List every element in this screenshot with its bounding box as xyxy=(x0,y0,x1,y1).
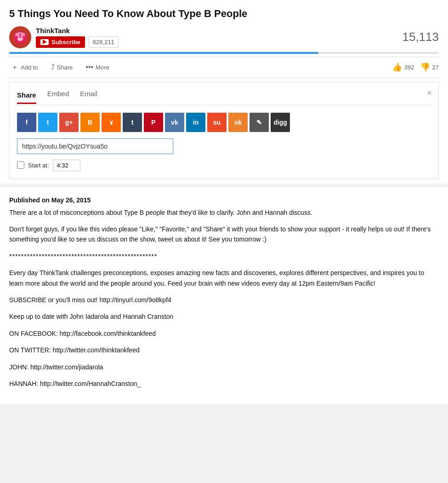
channel-row: ThinkTank Subscribe 628,211 15,113 xyxy=(9,26,439,48)
desc-para-4: SUBSCRIBE or you'll miss out! http://tin… xyxy=(9,295,439,305)
googleplus-social-button[interactable]: g+ xyxy=(59,113,79,132)
stumbleupon-social-button[interactable]: su xyxy=(207,113,227,132)
tab-email[interactable]: Email xyxy=(80,90,97,101)
desc-para-2: Don't forget guys, if you like this vide… xyxy=(9,224,439,245)
tab-share[interactable]: Share xyxy=(17,91,36,104)
close-button[interactable]: × xyxy=(427,89,432,97)
pencil-social-button[interactable]: ✎ xyxy=(250,113,269,132)
actions-row: ＋ Add to ⤴ Share ••• More 👍 392 👎 27 xyxy=(9,57,439,78)
twitter-social-button[interactable]: t xyxy=(38,113,57,132)
tab-embed[interactable]: Embed xyxy=(47,90,69,101)
facebook-social-button[interactable]: f xyxy=(17,113,36,132)
social-icons-row: ftg+BɤtPvkinsuok✎digg xyxy=(17,113,431,132)
dislike-button[interactable]: 👎 27 xyxy=(420,62,439,72)
url-input-row xyxy=(17,138,431,154)
dislike-count: 27 xyxy=(432,64,439,71)
main-content: 5 Things You Need To Know About Type B P… xyxy=(0,0,448,184)
start-at-label: Start at: xyxy=(28,162,49,169)
tumblr-social-button[interactable]: t xyxy=(123,113,142,132)
channel-name[interactable]: ThinkTank xyxy=(36,27,119,34)
description-section: Published on May 26, 2015 There are a lo… xyxy=(0,187,448,405)
digg-social-button[interactable]: digg xyxy=(271,113,290,132)
like-count: 392 xyxy=(404,64,414,71)
start-at-checkbox[interactable] xyxy=(17,161,24,169)
share-panel: Share Embed Email × ftg+BɤtPvkinsuok✎dig… xyxy=(9,82,439,179)
pinterest-social-button[interactable]: P xyxy=(144,113,163,132)
add-to-button[interactable]: ＋ Add to xyxy=(9,61,40,74)
add-to-label: Add to xyxy=(21,64,38,71)
desc-para-8: JOHN: http://twitter.com/jiadarola xyxy=(9,362,439,372)
youtube-icon xyxy=(40,39,49,45)
desc-para-5: Keep up to date with John Iadarola and H… xyxy=(9,311,439,322)
subscriber-count: 628,211 xyxy=(89,36,119,48)
linkedin-social-button[interactable]: in xyxy=(186,113,205,132)
desc-para-3: Every day ThinkTank challenges preconcep… xyxy=(9,268,439,288)
more-icon: ••• xyxy=(85,63,93,71)
reddit-social-button[interactable]: ɤ xyxy=(102,113,121,132)
start-time-input[interactable] xyxy=(53,160,80,171)
more-label: More xyxy=(96,64,109,71)
desc-para-7: ON TWITTER: http://twitter.com/thinktank… xyxy=(9,345,439,355)
desc-para-9: HANNAH: http://twitter.com/HannahCransto… xyxy=(9,379,439,389)
publish-date: Published on May 26, 2015 xyxy=(9,196,439,204)
video-title: 5 Things You Need To Know About Type B P… xyxy=(9,7,439,21)
start-at-row: Start at: xyxy=(17,160,431,171)
progress-fill xyxy=(9,52,318,54)
view-count: 15,113 xyxy=(402,30,439,44)
share-url-input[interactable] xyxy=(17,138,173,154)
desc-para-6: ON FACEBOOK: http://facebook.com/thinkta… xyxy=(9,328,439,339)
channel-avatar[interactable] xyxy=(9,26,31,48)
thumbs-down-icon: 👎 xyxy=(420,62,430,72)
progress-bar[interactable] xyxy=(9,52,439,54)
like-button[interactable]: 👍 392 xyxy=(392,62,414,72)
subscribe-label: Subscribe xyxy=(51,39,80,46)
channel-info: ThinkTank Subscribe 628,211 xyxy=(36,27,119,48)
actions-left: ＋ Add to ⤴ Share ••• More xyxy=(9,61,111,74)
add-icon: ＋ xyxy=(11,63,18,72)
stars-divider: ****************************************… xyxy=(9,251,439,261)
more-button[interactable]: ••• More xyxy=(84,61,111,73)
vote-row: 👍 392 👎 27 xyxy=(392,62,439,72)
desc-para-1: There are a lot of misconceptions about … xyxy=(9,207,439,218)
thumbs-up-icon: 👍 xyxy=(392,62,402,72)
subscribe-button[interactable]: Subscribe xyxy=(36,36,85,48)
subscribe-row: Subscribe 628,211 xyxy=(36,36,119,48)
share-label: Share xyxy=(57,64,73,71)
vk-social-button[interactable]: vk xyxy=(165,113,184,132)
share-panel-tabs: Share Embed Email xyxy=(17,90,431,105)
play-triangle xyxy=(43,40,47,44)
description-text: There are a lot of misconceptions about … xyxy=(9,207,439,389)
channel-left: ThinkTank Subscribe 628,211 xyxy=(9,26,119,48)
blogger-social-button[interactable]: B xyxy=(80,113,100,132)
odnoklassniki-social-button[interactable]: ok xyxy=(228,113,248,132)
share-icon: ⤴ xyxy=(51,63,55,71)
share-button[interactable]: ⤴ Share xyxy=(49,61,75,73)
